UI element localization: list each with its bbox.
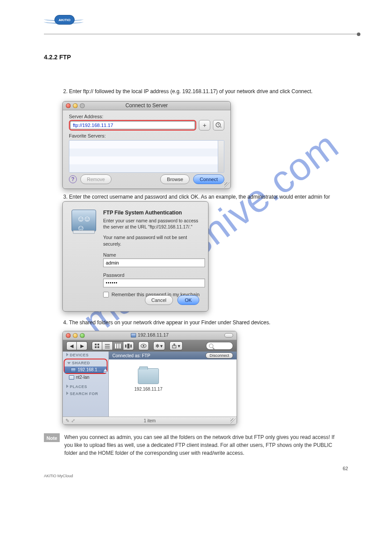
svg-point-15 <box>143 345 144 347</box>
finder-sidebar: DEVICES SHARED 192.168.1… nt2-lan PLACES… <box>63 352 109 417</box>
resize-grip-icon[interactable] <box>224 182 230 188</box>
svg-rect-7 <box>105 348 110 348</box>
sidebar-devices-header[interactable]: DEVICES <box>63 352 108 359</box>
sidebar-item-selected-server[interactable]: 192.168.1… <box>65 366 107 373</box>
connect-button[interactable]: Connect <box>193 174 224 184</box>
svg-rect-3 <box>95 346 97 348</box>
eject-icon[interactable] <box>104 369 107 371</box>
finder-titlebar: 192.168.11.17 <box>63 331 237 340</box>
view-list-button[interactable] <box>102 341 113 350</box>
server-drive-icon <box>131 333 136 337</box>
section-heading: 4.2.2 FTP <box>44 54 339 61</box>
sidebar-shared-highlight: SHARED 192.168.1… <box>64 359 108 374</box>
share-menu-button[interactable]: ▾ <box>169 341 183 350</box>
svg-rect-10 <box>119 344 121 348</box>
quicklook-button[interactable] <box>138 341 149 350</box>
icon-view-icon <box>95 344 100 348</box>
favorite-servers-label: Favorite Servers: <box>69 133 224 138</box>
resize-grip-icon[interactable] <box>230 418 236 424</box>
folder-item[interactable]: 192.168.11.17 <box>131 368 166 392</box>
sidebar-places-header[interactable]: PLACES <box>63 383 108 390</box>
view-columns-button[interactable] <box>113 341 123 350</box>
share-icon <box>172 344 177 348</box>
server-address-label: Server Address: <box>69 114 224 119</box>
connected-as-label: Connected as: FTP <box>112 353 150 358</box>
scrollbar[interactable] <box>218 141 224 172</box>
disconnect-button[interactable]: Disconnect <box>205 352 233 359</box>
clock-icon <box>216 122 222 128</box>
svg-rect-2 <box>97 344 99 345</box>
favorite-servers-list[interactable] <box>69 140 224 173</box>
server-icon: ☺☺☺ <box>72 210 96 232</box>
search-input[interactable] <box>206 342 233 350</box>
sidebar-searchfor-header[interactable]: SEARCH FOR <box>63 390 108 397</box>
coverflow-view-icon <box>125 344 132 348</box>
brand-logo: AKiTiO <box>44 12 83 28</box>
auth-line-2: Your name and password will not be sent … <box>103 234 205 247</box>
page-number: 62 <box>343 466 348 471</box>
server-address-input[interactable] <box>70 121 195 129</box>
connection-bar: Connected as: FTP Disconnect <box>109 352 237 359</box>
ok-button[interactable]: OK <box>177 295 199 305</box>
svg-rect-6 <box>105 346 110 347</box>
nav-forward-button[interactable]: ▶ <box>77 341 87 350</box>
view-icons-button[interactable] <box>92 341 102 350</box>
sidebar-shared-header[interactable]: SHARED <box>65 359 107 366</box>
note-body: When you connect as admin, you can see a… <box>64 433 339 457</box>
finder-window: 192.168.11.17 ◀ ▶ <box>62 331 237 425</box>
search-icon <box>209 344 213 348</box>
history-button[interactable] <box>213 120 224 131</box>
note-tag: Note <box>44 433 60 442</box>
toolbar-toggle-button[interactable] <box>224 333 233 337</box>
sidebar-item-nt2lan[interactable]: nt2-lan <box>63 374 108 381</box>
finder-toolbar: ◀ ▶ ✻▾ <box>63 340 237 352</box>
list-view-icon <box>105 344 110 348</box>
status-item-count: 1 item <box>63 418 237 423</box>
sidebar-item-label: 192.168.1… <box>78 367 102 372</box>
folder-icon <box>138 368 159 384</box>
footer-text: AKiTiO MyCloud <box>44 474 73 478</box>
gear-icon: ✻ <box>155 343 159 349</box>
browse-button[interactable]: Browse <box>160 174 190 184</box>
svg-rect-13 <box>130 345 132 348</box>
cancel-button[interactable]: Cancel <box>145 295 173 305</box>
help-button[interactable]: ? <box>69 175 77 183</box>
dialog-title: Connect to Server <box>63 102 230 109</box>
password-input[interactable] <box>103 279 205 287</box>
eye-icon <box>140 344 147 348</box>
svg-rect-11 <box>125 345 126 348</box>
connect-to-server-dialog: Connect to Server Server Address: + Favo… <box>62 101 231 189</box>
dialog-titlebar: Connect to Server <box>63 102 230 110</box>
server-address-highlight <box>69 120 196 131</box>
password-label: Password <box>103 272 205 278</box>
action-menu-button[interactable]: ✻▾ <box>153 341 165 350</box>
auth-dialog-title: FTP File System Authentication <box>103 210 205 216</box>
svg-rect-5 <box>105 344 110 345</box>
ftp-auth-dialog: ☺☺☺ FTP File System Authentication Enter… <box>62 201 209 312</box>
brand-logo-text: AKiTiO <box>54 15 75 25</box>
auth-line-1: Enter your user name and password to acc… <box>103 218 205 230</box>
remember-checkbox[interactable] <box>103 292 109 297</box>
step-4-text: 4. The shared folders on your network dr… <box>63 319 339 326</box>
step-2-text: 2. Enter ftp:// followed by the local IP… <box>63 88 339 95</box>
server-drive-icon <box>69 375 74 380</box>
remove-button[interactable]: Remove <box>80 174 111 184</box>
page-header: AKiTiO <box>0 12 392 34</box>
header-divider <box>44 34 359 34</box>
finder-content-area[interactable]: 192.168.11.17 <box>109 359 237 417</box>
note-box: Note When you connect as admin, you can … <box>44 433 339 457</box>
name-label: Name <box>103 252 205 258</box>
name-input[interactable] <box>103 258 205 267</box>
folder-label: 192.168.11.17 <box>131 387 166 392</box>
sidebar-item-label: nt2-lan <box>76 375 90 380</box>
add-favorite-button[interactable]: + <box>199 120 210 131</box>
server-drive-icon <box>71 368 76 372</box>
view-coverflow-button[interactable] <box>123 341 134 350</box>
svg-rect-12 <box>127 344 129 348</box>
finder-title: 192.168.11.17 <box>138 332 169 337</box>
nav-back-button[interactable]: ◀ <box>66 341 77 350</box>
svg-rect-9 <box>117 344 119 348</box>
svg-rect-8 <box>115 344 116 348</box>
finder-status-bar: ✎ ⤢ 1 item <box>63 417 237 424</box>
column-view-icon <box>115 344 121 348</box>
